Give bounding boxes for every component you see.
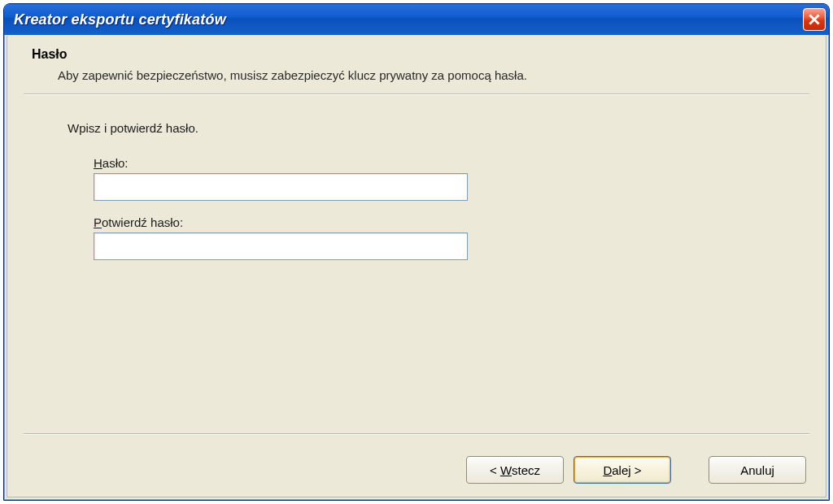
instruction-text: Wpisz i potwierdź hasło. — [68, 121, 793, 135]
password-input[interactable] — [94, 173, 468, 201]
client-area: Hasło Aby zapewnić bezpieczeństwo, musis… — [7, 36, 826, 497]
wizard-header: Hasło Aby zapewnić bezpieczeństwo, musis… — [7, 36, 826, 98]
password-field-group: Hasło: — [94, 156, 793, 201]
back-accel: W — [500, 463, 512, 477]
cancel-label: Anuluj — [740, 463, 774, 477]
back-prefix: < — [490, 463, 500, 477]
next-button[interactable]: Dalej > — [574, 456, 671, 484]
wizard-window: Kreator eksportu certyfikatów Hasło Aby … — [3, 3, 830, 501]
footer-separator — [24, 433, 809, 435]
page-title: Hasło — [32, 47, 826, 62]
confirm-label-accel: P — [94, 215, 102, 229]
next-accel: D — [603, 463, 612, 477]
cancel-button[interactable]: Anuluj — [709, 456, 806, 484]
title-bar: Kreator eksportu certyfikatów — [4, 4, 829, 35]
close-icon — [809, 14, 820, 25]
wizard-footer: < Wstecz Dalej > Anuluj — [466, 456, 806, 484]
confirm-password-input[interactable] — [94, 232, 468, 260]
confirm-field-group: Potwierdź hasło: — [94, 215, 793, 260]
confirm-label-rest: otwierdź hasło: — [102, 215, 183, 229]
back-button[interactable]: < Wstecz — [466, 456, 564, 484]
password-label: Hasło: — [94, 156, 793, 170]
page-description: Aby zapewnić bezpieczeństwo, musisz zabe… — [58, 68, 793, 82]
window-title: Kreator eksportu certyfikatów — [14, 11, 226, 28]
wizard-body: Wpisz i potwierdź hasło. Hasło: Potwierd… — [7, 98, 826, 260]
next-rest: alej > — [612, 463, 641, 477]
password-label-accel: H — [94, 156, 102, 170]
close-button[interactable] — [803, 8, 826, 31]
password-label-rest: asło: — [102, 156, 129, 170]
confirm-label: Potwierdź hasło: — [94, 215, 793, 229]
header-separator — [24, 93, 809, 95]
back-rest: stecz — [512, 463, 540, 477]
